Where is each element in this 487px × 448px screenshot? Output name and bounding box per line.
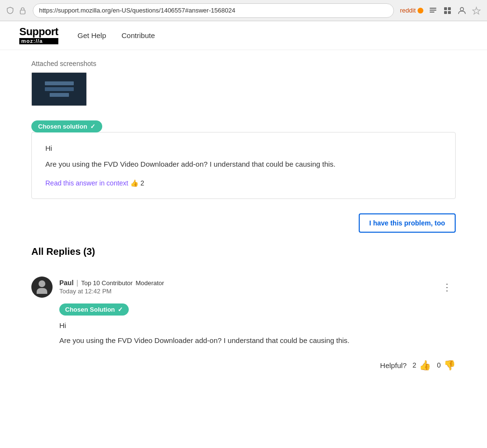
attached-screenshots-section: Attached screenshots <box>31 60 456 106</box>
reddit-badge: reddit <box>400 7 423 14</box>
reply-chosen-solution-badge: Chosen Solution ✓ <box>59 303 129 316</box>
reply-card: Paul | Top 10 Contributor Moderator Toda… <box>31 269 456 379</box>
reply-check-icon: ✓ <box>118 306 123 313</box>
svg-point-8 <box>460 7 464 11</box>
author-name-row: Paul | Top 10 Contributor Moderator <box>59 279 164 287</box>
reply-body-text: Are you using the FVD Video Downloader a… <box>59 335 456 346</box>
browser-nav-icons <box>6 6 27 15</box>
shield-icon <box>6 6 14 15</box>
browser-bar: https://support.mozilla.org/en-US/questi… <box>0 0 487 21</box>
logo-mozilla-text: moz://a <box>19 38 58 44</box>
svg-rect-7 <box>448 11 451 14</box>
all-replies-heading: All Replies (3) <box>31 246 456 257</box>
screenshots-label: Attached screenshots <box>31 60 456 67</box>
helpful-row: Helpful? 2 👍 0 👎 <box>31 356 456 371</box>
downvote-section: 0 👎 <box>437 359 456 371</box>
upvote-count: 2 <box>412 361 416 369</box>
reply-hi: Hi <box>59 321 456 329</box>
svg-rect-0 <box>20 10 25 14</box>
nav-contribute[interactable]: Contribute <box>122 31 155 40</box>
read-context-link[interactable]: Read this answer in context <box>45 179 128 187</box>
contributor-badge: Top 10 Contributor <box>81 279 133 287</box>
reply-body: Chosen Solution ✓ Hi Are you using the F… <box>31 303 456 346</box>
screenshot-preview <box>40 77 79 101</box>
solution-box: Hi Are you using the FVD Video Downloade… <box>31 132 456 199</box>
avatar-body <box>37 288 47 294</box>
reddit-label: reddit <box>400 7 416 14</box>
reply-chosen-label: Chosen Solution <box>65 306 115 313</box>
svg-rect-6 <box>444 11 447 14</box>
url-text: https://support.mozilla.org/en-US/questi… <box>39 7 388 14</box>
context-thumbs-up: 👍 <box>130 179 138 187</box>
screenshot-bar-3 <box>50 93 69 97</box>
author-info: Paul | Top 10 Contributor Moderator Toda… <box>59 279 164 295</box>
have-problem-button[interactable]: I have this problem, too <box>359 213 456 233</box>
reader-mode-icon[interactable] <box>428 6 438 15</box>
thumbs-up-icon[interactable]: 👍 <box>419 359 431 371</box>
context-vote-count: 2 <box>140 179 144 187</box>
account-icon[interactable] <box>457 6 467 15</box>
avatar-silhouette <box>35 280 49 294</box>
address-bar[interactable]: https://support.mozilla.org/en-US/questi… <box>33 3 394 18</box>
solution-body: Are you using the FVD Video Downloader a… <box>45 159 442 170</box>
svg-rect-4 <box>444 7 447 10</box>
svg-rect-5 <box>448 7 451 10</box>
reddit-dot <box>418 8 423 13</box>
avatar <box>31 277 53 298</box>
reply-header: Paul | Top 10 Contributor Moderator Toda… <box>31 277 456 298</box>
browser-right-icons: reddit <box>400 6 481 15</box>
bookmark-icon[interactable] <box>472 6 481 15</box>
chosen-solution-section: Chosen solution ✓ Hi Are you using the F… <box>31 120 456 199</box>
screenshot-thumbnail[interactable] <box>31 72 87 106</box>
grid-icon[interactable] <box>443 6 452 15</box>
downvote-count: 0 <box>437 361 441 369</box>
author-name: Paul <box>59 279 74 287</box>
read-context-row: Read this answer in context 👍 2 <box>45 179 442 187</box>
helpful-label: Helpful? <box>380 361 406 369</box>
svg-rect-3 <box>430 12 434 13</box>
author-separator: | <box>77 279 79 287</box>
logo-support-text: Support <box>19 26 58 37</box>
screenshot-bar-2 <box>45 87 74 91</box>
site-header: Support moz://a Get Help Contribute <box>0 21 487 50</box>
problem-button-row: I have this problem, too <box>31 213 456 233</box>
chosen-solution-badge-top: Chosen solution ✓ <box>31 120 102 132</box>
svg-rect-2 <box>430 10 436 11</box>
more-options-button[interactable]: ⋮ <box>438 280 456 294</box>
avatar-head <box>39 280 45 287</box>
main-content: Attached screenshots Chosen solution ✓ H… <box>12 50 475 388</box>
svg-rect-1 <box>430 8 436 9</box>
thumbs-down-icon[interactable]: 👎 <box>444 359 456 371</box>
reply-timestamp: Today at 12:42 PM <box>59 288 164 295</box>
upvote-section: 2 👍 <box>412 359 431 371</box>
reply-author-section: Paul | Top 10 Contributor Moderator Toda… <box>31 277 164 298</box>
moderator-badge: Moderator <box>135 279 164 287</box>
main-nav: Get Help Contribute <box>78 31 155 40</box>
chosen-solution-label-top: Chosen solution <box>38 123 87 130</box>
solution-hi: Hi <box>45 144 442 152</box>
nav-get-help[interactable]: Get Help <box>78 31 106 40</box>
check-icon-top: ✓ <box>90 123 95 130</box>
screenshot-bar-1 <box>45 81 74 85</box>
site-logo[interactable]: Support moz://a <box>19 26 58 44</box>
lock-icon <box>18 6 27 15</box>
